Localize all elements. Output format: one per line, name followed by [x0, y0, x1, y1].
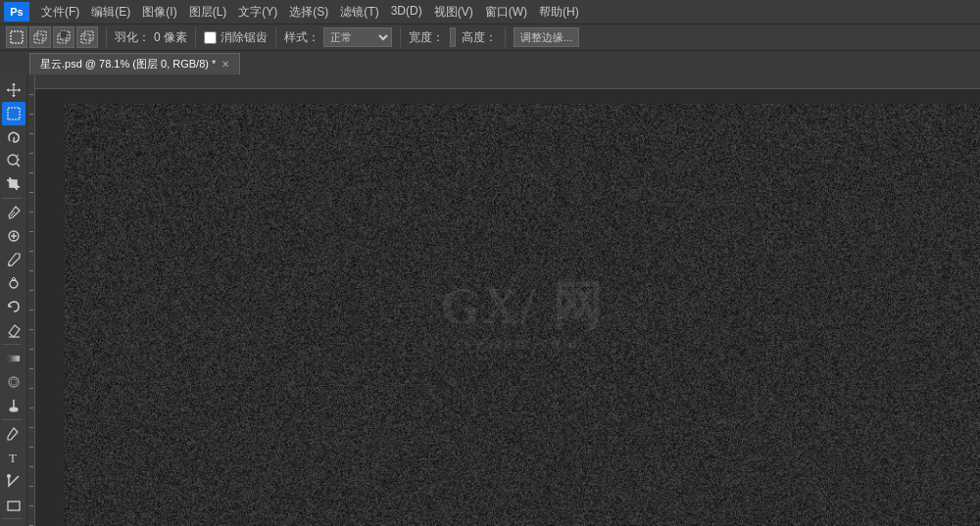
toolbar-separator-21	[2, 518, 22, 519]
svg-point-24	[11, 379, 17, 385]
left-ruler	[27, 74, 35, 526]
feather-label: 羽化：	[115, 29, 150, 46]
toolbar-separator-12	[2, 344, 22, 345]
shape-tool[interactable]	[2, 493, 25, 516]
separator-1	[106, 27, 107, 47]
feather-value: 0 像素	[154, 29, 187, 46]
svg-rect-7	[84, 31, 93, 40]
menu-item-select[interactable]: 选择(S)	[283, 2, 334, 23]
menu-item-help[interactable]: 帮助(H)	[533, 2, 585, 23]
canvas-area: GX/ 网 system.com	[35, 74, 980, 526]
menu-item-view[interactable]: 视图(V)	[428, 2, 479, 23]
height-label: 高度：	[462, 29, 497, 46]
eyedropper-tool[interactable]	[2, 201, 25, 224]
menu-bar: Ps 文件(F)编辑(E)图像(I)图层(L)文字(Y)选择(S)滤镜(T)3D…	[0, 0, 980, 24]
lasso-tool[interactable]	[2, 125, 25, 149]
crop-tool[interactable]	[2, 172, 25, 196]
eraser-tool[interactable]	[2, 318, 25, 342]
menu-item-edit[interactable]: 编辑(E)	[85, 2, 136, 23]
menu-item-window[interactable]: 窗口(W)	[479, 2, 533, 23]
width-label: 宽度：	[409, 29, 444, 46]
doc-tab-bar: 星云.psd @ 78.1% (图层 0, RGB/8) * ✕	[0, 51, 980, 74]
antialiasing-checkbox[interactable]	[204, 31, 217, 44]
hand-tool[interactable]	[2, 521, 25, 526]
svg-point-25	[10, 407, 18, 411]
main-area: T GX/ 网 system.	[0, 74, 980, 526]
menu-item-type[interactable]: 文字(Y)	[232, 2, 283, 23]
gradient-tool[interactable]	[2, 347, 25, 370]
canvas: GX/ 网 system.com	[65, 104, 980, 526]
type-tool[interactable]: T	[2, 446, 25, 469]
svg-rect-1	[34, 34, 43, 43]
new-selection-btn[interactable]	[6, 26, 27, 48]
svg-point-28	[7, 474, 11, 478]
close-tab-icon[interactable]: ✕	[221, 59, 229, 70]
antialiasing-label: 消除锯齿	[220, 29, 268, 46]
rect-select-tool[interactable]	[2, 102, 25, 125]
separator-4	[400, 27, 401, 47]
move-tool[interactable]	[2, 78, 25, 102]
svg-rect-0	[11, 31, 23, 43]
svg-point-19	[8, 264, 10, 266]
pen-tool[interactable]	[2, 422, 25, 446]
brush-tool[interactable]	[2, 248, 25, 271]
svg-text:T: T	[9, 451, 17, 465]
swap-icon[interactable]	[450, 27, 456, 47]
add-selection-btn[interactable]	[29, 26, 51, 48]
svg-rect-6	[81, 34, 90, 43]
dodge-tool[interactable]	[2, 394, 25, 417]
svg-rect-2	[37, 31, 46, 40]
svg-line-12	[16, 164, 20, 167]
toolbar-separator-5	[2, 198, 22, 199]
menu-item-3d[interactable]: 3D(D)	[385, 2, 428, 23]
doc-tab-name: 星云.psd @ 78.1% (图层 0, RGB/8) *	[40, 57, 216, 72]
toolbar-separator-16	[2, 419, 22, 420]
intersect-selection-btn[interactable]	[76, 26, 98, 48]
subtract-selection-btn[interactable]	[53, 26, 74, 48]
menu-item-layer[interactable]: 图层(L)	[183, 2, 233, 23]
menubar-items: 文件(F)编辑(E)图像(I)图层(L)文字(Y)选择(S)滤镜(T)3D(D)…	[35, 2, 585, 23]
style-label: 样式：	[284, 29, 319, 46]
clone-tool[interactable]	[2, 271, 25, 295]
blur-tool[interactable]	[2, 370, 25, 394]
menu-item-file[interactable]: 文件(F)	[35, 2, 85, 23]
separator-3	[275, 27, 276, 47]
quick-select-tool[interactable]	[2, 149, 25, 172]
separator-5	[505, 27, 506, 47]
noise-canvas	[65, 104, 980, 526]
path-select-tool[interactable]	[2, 469, 25, 493]
separator-2	[195, 27, 196, 47]
selection-tool-options	[6, 26, 98, 48]
toolbar: T	[0, 74, 27, 526]
menu-item-image[interactable]: 图像(I)	[136, 2, 182, 23]
options-bar: 羽化： 0 像素 消除锯齿 样式： 正常 固定比例 固定大小 宽度： 高度： 调…	[0, 24, 980, 51]
document-tab[interactable]: 星云.psd @ 78.1% (图层 0, RGB/8) * ✕	[29, 53, 240, 74]
toolbar-tools: T	[2, 78, 25, 526]
ruler-horizontal	[35, 74, 980, 89]
history-brush-tool[interactable]	[2, 295, 25, 318]
adjust-edge-button[interactable]: 调整边缘...	[514, 27, 579, 47]
svg-rect-5	[61, 31, 67, 37]
style-select[interactable]: 正常 固定比例 固定大小	[323, 27, 392, 47]
menu-item-filter[interactable]: 滤镜(T)	[334, 2, 384, 23]
svg-rect-22	[8, 356, 20, 361]
ps-logo: Ps	[4, 2, 29, 22]
svg-rect-10	[8, 108, 20, 120]
svg-rect-29	[8, 502, 20, 510]
heal-tool[interactable]	[2, 224, 25, 248]
